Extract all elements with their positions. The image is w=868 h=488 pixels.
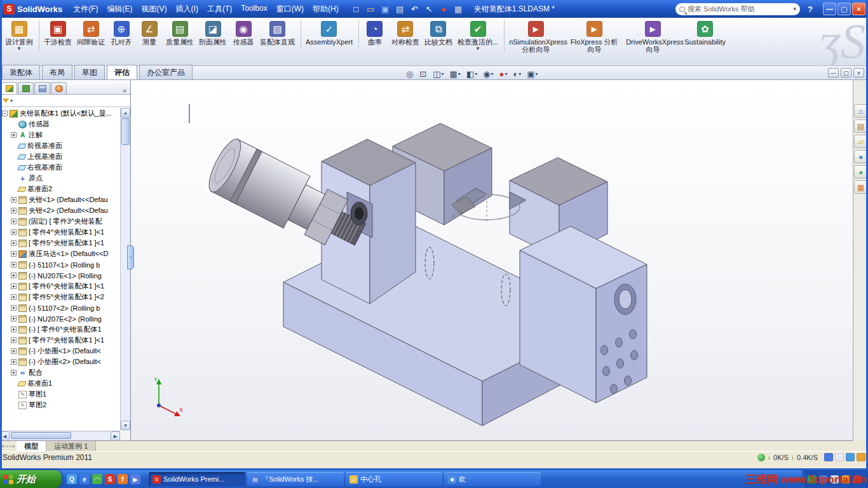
tree-item[interactable]: [ 零件5^夹钳装配体1 ]<1 [0,238,120,248]
chevron-down-icon[interactable]: ▾ [10,98,13,104]
menu-item[interactable]: 工具(T) [203,1,236,18]
tree-expander[interactable] [11,240,17,246]
tree-item[interactable]: 传感器 [0,119,120,130]
tree-item[interactable]: [ 零件4^夹钳装配体1 ]<1 [0,227,120,238]
ribbon-button[interactable]: ⇄ 对称检查 [389,20,422,48]
tab-scroll-arrow-icon[interactable]: « [2,444,4,449]
clamp-assembly-model[interactable]: Y X [131,80,853,440]
doc-minimize-button[interactable]: — [828,68,839,78]
section-view-icon[interactable]: ◫▾ [431,68,445,80]
ribbon-button[interactable]: ▦ 设计算例 ▼ [3,20,39,51]
menu-item[interactable]: 编辑(E) [103,1,137,18]
tree-item[interactable]: (-) 51107<1> (Rolling b [0,259,120,270]
tree-expander[interactable] [11,262,17,268]
tree-expander[interactable] [11,327,17,332]
tree-item[interactable]: (-) 51107<2> (Rolling b [0,302,120,313]
save-icon[interactable]: ▣ [379,3,392,15]
arrow-up-icon[interactable] [835,453,844,461]
solidworks-icon[interactable]: S [105,474,115,484]
search-input[interactable]: 搜索 SolidWorks 帮助 ▾ [675,3,800,15]
view-orientation-icon[interactable]: ▦▾ [448,68,463,80]
panel-splitter-handle[interactable]: ‹ [127,245,134,269]
ribbon-button[interactable]: ► nSimulationXpress 分析向导 [506,20,565,57]
maximize-button[interactable]: ▢ [837,3,851,15]
tab-scroll-arrow-icon[interactable]: » [12,444,15,449]
taskbar-task-button[interactable]: ◆ 欢 [444,472,541,486]
tree-expander[interactable] [11,370,17,376]
help-button[interactable]: ? [804,4,817,14]
tree-item[interactable]: 基准面2 [0,184,120,194]
firefox-icon[interactable]: f [118,474,128,484]
ribbon-button[interactable]: ◉ 传感器 [229,20,257,48]
start-button[interactable]: 开始 [0,470,62,488]
net-monitor-icon[interactable] [757,454,765,461]
select-cursor-icon[interactable]: ↖ [423,3,436,15]
configurationmanager-tab[interactable] [34,82,50,94]
tree-item[interactable]: 基准面1 [0,378,120,389]
ribbon-button[interactable]: ✓ AssemblyXpert [303,20,359,48]
ribbon-button[interactable]: ⧉ 比较文档 [422,20,455,48]
zoom-area-icon[interactable]: ⊡ [417,68,429,80]
ribbon-button[interactable]: ∠ 测量 [135,20,163,48]
tab-scroll-arrow-icon[interactable]: › [9,444,11,449]
tree-item[interactable]: (-) [ 零件6^夹钳装配体1 [0,324,120,335]
view-settings-icon[interactable]: ▣▾ [525,68,539,80]
scrollbar-thumb[interactable] [11,432,71,439]
design-library-icon[interactable]: ▤ [854,119,867,133]
ie-icon[interactable]: e [79,474,90,484]
tree-expander[interactable] [11,348,17,354]
tree-expander[interactable] [2,111,8,116]
tab-scroll-arrow-icon[interactable]: ‹ [6,444,8,449]
close-button[interactable]: × [852,3,865,15]
menu-item[interactable]: 文件(F) [69,1,102,18]
tree-expander[interactable] [11,273,17,278]
menu-item[interactable]: Toolbox [236,1,271,18]
model-tab[interactable]: 运动算例 1 [46,441,96,451]
taskbar-task-button[interactable]: S SolidWorks Premi... [149,472,245,486]
tree-expander[interactable] [11,359,17,365]
tree-item[interactable]: 夹钳<1> (Default<<Defau [0,194,120,205]
menu-item[interactable]: 插入(I) [172,1,203,18]
ribbon-button[interactable]: ▣ 干涉检查 [41,20,74,48]
menu-item[interactable]: 窗口(W) [272,1,308,18]
lock-icon[interactable] [824,453,833,461]
ribbon-button[interactable]: ⊕ 孔对齐 [107,20,135,48]
rebuild-icon[interactable]: ● [437,3,451,15]
display-style-icon[interactable]: ◧▾ [465,68,479,80]
ribbon-button[interactable]: ◪ 剖面属性 [196,20,229,48]
browser-icon[interactable]: ◠ [92,474,102,484]
tree-item[interactable]: (-) 小垫圈<2> (Default< [0,356,120,367]
ribbon-button[interactable]: ► DriveWorksXpress 向导 [623,20,682,57]
scroll-right-icon[interactable]: ▶ [111,431,120,441]
scroll-left-icon[interactable]: ◀ [0,431,10,441]
chevron-down-icon[interactable]: ▾ [794,6,797,12]
scroll-down-icon[interactable]: ▼ [121,421,130,430]
print-icon[interactable]: ▤ [393,3,407,15]
undo-icon[interactable]: ↶ [408,3,421,15]
command-tab[interactable]: 布局 [42,65,72,79]
media-player-icon[interactable]: ▶ [130,474,140,484]
tree-expander[interactable] [11,251,17,257]
ribbon-button[interactable]: ► FloXpress 分析向导 [565,20,623,57]
edit-appearance-icon[interactable]: ●▾ [498,68,510,80]
tree-expander[interactable] [11,337,17,343]
tree-expander[interactable] [11,132,17,138]
propertymanager-tab[interactable] [18,82,34,94]
minimize-button[interactable]: — [823,3,836,15]
tree-filter-bar[interactable]: ▾ [0,95,130,107]
scrollbar-thumb[interactable] [121,118,130,145]
tree-item[interactable]: [ 零件7^夹钳装配体1 ]<1 [0,335,120,346]
tree-expander[interactable] [11,305,17,311]
message-icon[interactable] [846,453,855,461]
menu-item[interactable]: 视图(V) [137,1,172,18]
tree-horizontal-scrollbar[interactable]: ◀ ▶ [0,431,120,440]
ribbon-button[interactable]: ✿ Sustainability [682,20,728,48]
tree-expander[interactable] [11,229,17,235]
tree-item[interactable]: 草图2 [0,400,120,410]
hide-show-items-icon[interactable]: ◉▾ [481,68,495,80]
tree-expander[interactable] [11,219,17,224]
doc-restore-button[interactable]: ▢ [841,68,851,78]
tree-item[interactable]: 注解 [0,130,120,140]
custom-properties-icon[interactable]: ▦ [854,180,867,194]
tree-item[interactable]: 草图1 [0,389,120,400]
